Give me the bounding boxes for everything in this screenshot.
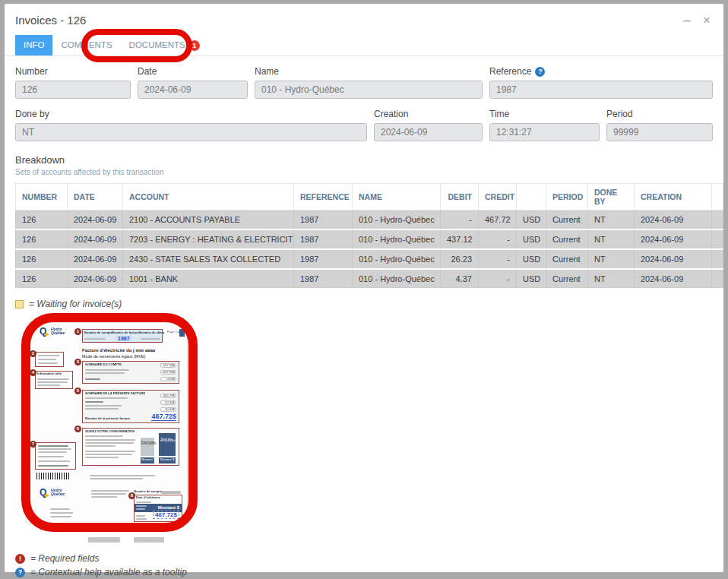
reference-label: Reference <box>489 66 531 77</box>
table-row[interactable]: 1262024-06-092430 - STATE SALES TAX COLL… <box>16 249 723 269</box>
consumption-box: SUIVEZ VOTRE CONSOMMATION Prochaine mens… <box>82 428 179 466</box>
invoice-summary-box: SOMMAIRE DE LA PRÉSENTE FACTURE 406.79$ … <box>82 390 179 423</box>
table-column-header: DATE <box>68 184 123 210</box>
invoice-number: 1987 <box>116 336 131 341</box>
callout-3: 3 <box>74 359 81 365</box>
table-cell: NT <box>588 210 635 230</box>
document-caption-blurred <box>88 537 713 543</box>
table-column-header: DONE BY <box>588 184 635 210</box>
table-cell: 1987 <box>294 249 353 269</box>
waiting-status-icon <box>15 300 24 308</box>
tab-documents[interactable]: DOCUMENTS 1 <box>121 35 208 55</box>
account-summary-box: SOMMAIRE DU COMPTE 597.59$ -597.59$ 0.00… <box>82 361 179 384</box>
table-column-header <box>712 184 723 210</box>
table-row[interactable]: 1262024-06-091001 - BANK1987010 - Hydro-… <box>16 269 723 289</box>
table-column-header: REFERENCE <box>294 184 353 210</box>
table-cell: 2024-06-09 <box>68 210 123 230</box>
table-cell: Current <box>546 229 588 249</box>
bill-title: Facture d'électricité du j mm aaaa <box>82 348 155 353</box>
required-icon: ! <box>15 554 25 564</box>
waiting-legend-text: = Waiting for invoice(s) <box>29 299 122 309</box>
table-cell: 2024-06-09 <box>635 229 712 249</box>
callout-6: 6 <box>74 426 81 432</box>
table-cell <box>712 229 723 249</box>
table-cell: 2024-06-09 <box>635 249 712 269</box>
invoice-dialog: Invoices - 126 – × INFO COMMENTS DOCUMEN… <box>5 4 723 572</box>
table-cell: USD <box>517 210 546 230</box>
barcode <box>36 473 70 479</box>
table-cell: NT <box>588 269 635 289</box>
table-cell: Current <box>546 249 588 269</box>
table-cell: USD <box>517 269 546 289</box>
table-cell: 467.72 <box>479 210 517 230</box>
doneby-label: Done by <box>15 109 367 119</box>
tab-bar: INFO COMMENTS DOCUMENTS 1 <box>5 35 723 56</box>
consumption-bar-total-amount: Montant $ <box>159 457 176 464</box>
consumption-bar-next: Prochaine mensualité <box>141 438 154 456</box>
table-cell: - <box>441 210 479 230</box>
reference-help-icon[interactable]: ? <box>535 67 545 77</box>
table-cell: 010 - Hydro-Québec <box>353 269 441 289</box>
table-cell: 2024-06-09 <box>635 210 712 230</box>
hydro-quebec-logo-stub: Q HydroQuébec <box>40 489 68 498</box>
table-cell: - <box>479 269 517 289</box>
time-label: Time <box>489 109 600 119</box>
table-cell: 126 <box>16 210 68 230</box>
hydro-quebec-logo: Q HydroQuébec <box>40 327 68 337</box>
table-cell <box>712 210 723 230</box>
table-cell: 1987 <box>294 269 353 289</box>
name-label: Name <box>255 66 483 77</box>
table-cell: - <box>479 249 517 269</box>
table-column-header: NAME <box>353 184 441 210</box>
table-cell: NT <box>588 229 635 249</box>
amount-due-box: Date d'échéance Montant $ 467.72$ <box>134 495 182 522</box>
minimize-icon[interactable]: – <box>681 14 693 27</box>
tab-documents-label: DOCUMENTS <box>129 35 185 55</box>
close-icon[interactable]: × <box>701 14 713 27</box>
table-cell: USD <box>517 249 546 269</box>
reference-field: 1987 <box>489 81 713 99</box>
callout-7: 7 <box>30 441 36 448</box>
table-cell: 2024-06-09 <box>68 249 123 269</box>
invoice-total-amount: 467.72$ <box>151 413 176 421</box>
callout-2: 2 <box>30 350 36 357</box>
number-field: 126 <box>15 81 131 99</box>
table-cell: 010 - Hydro-Québec <box>353 249 441 269</box>
table-column-header <box>517 184 546 210</box>
table-cell: 2024-06-09 <box>68 229 123 249</box>
contextual-legend-text: = Contextual help available as a tooltip <box>30 567 187 577</box>
table-cell: 2100 - ACCOUNTS PAYABLE <box>123 210 294 230</box>
table-cell: USD <box>517 229 546 249</box>
useful-info-box: Information utile <box>35 371 73 389</box>
tab-comments[interactable]: COMMENTS <box>52 35 120 55</box>
time-field: 12:31:27 <box>489 123 600 141</box>
name-field: 010 - Hydro-Québec <box>255 81 483 99</box>
creation-field: 2024-06-09 <box>374 123 483 141</box>
tab-info[interactable]: INFO <box>15 35 52 55</box>
table-cell: 26.23 <box>441 249 479 269</box>
table-cell <box>712 269 723 289</box>
invoice-document-thumbnail[interactable]: Q HydroQuébec 1 2 3 4 5 6 7 8 Numéro de … <box>27 323 187 524</box>
period-label: Period <box>606 109 713 119</box>
table-cell: 010 - Hydro-Québec <box>353 229 441 249</box>
table-column-header: NUMBER <box>16 184 68 210</box>
breakdown-subtitle: Sets of accounts affected by this transa… <box>15 168 713 176</box>
table-header-row: NUMBERDATEACCOUNTREFERENCENAMEDEBITCREDI… <box>16 184 723 210</box>
breakdown-title: Breakdown <box>15 154 713 166</box>
table-cell: 2430 - STATE SALES TAX COLLECTED <box>123 249 294 269</box>
callout-1: 1 <box>74 328 81 335</box>
date-field: 2024-06-09 <box>138 81 248 99</box>
table-cell: 126 <box>16 229 68 249</box>
table-row[interactable]: 1262024-06-092100 - ACCOUNTS PAYABLE1987… <box>16 210 723 230</box>
period-field: 99999 <box>606 123 713 141</box>
consumption-bar-next-amount: Montant $ <box>141 457 154 464</box>
table-row[interactable]: 1262024-06-097203 - ENERGY : HEATING & E… <box>16 229 723 249</box>
table-cell: 1987 <box>294 229 353 249</box>
stub-amount-value: 467.72$ <box>153 511 179 519</box>
breakdown-table: NUMBERDATEACCOUNTREFERENCENAMEDEBITCREDI… <box>15 183 723 290</box>
table-column-header: ACCOUNT <box>123 184 294 210</box>
table-cell: Current <box>546 210 588 230</box>
table-column-header: DEBIT <box>441 184 479 210</box>
consumption-bar-total: Total des mensualités <box>159 433 176 456</box>
table-cell <box>712 249 723 269</box>
